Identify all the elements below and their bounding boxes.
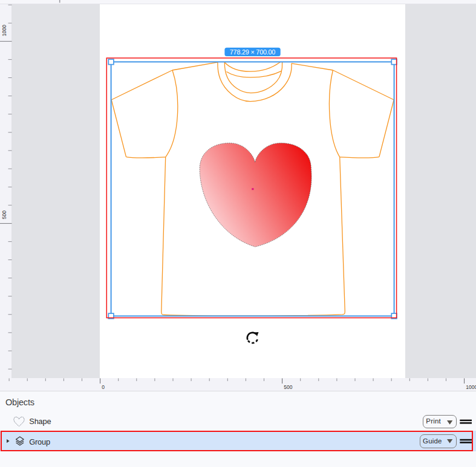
svg-text:1000: 1000 (466, 384, 476, 390)
svg-text:500: 500 (1, 211, 7, 219)
svg-text:778.29 × 700.00: 778.29 × 700.00 (230, 48, 276, 56)
svg-text:500: 500 (284, 384, 292, 390)
svg-text:1000: 1000 (1, 25, 7, 36)
svg-text:0: 0 (102, 384, 105, 390)
